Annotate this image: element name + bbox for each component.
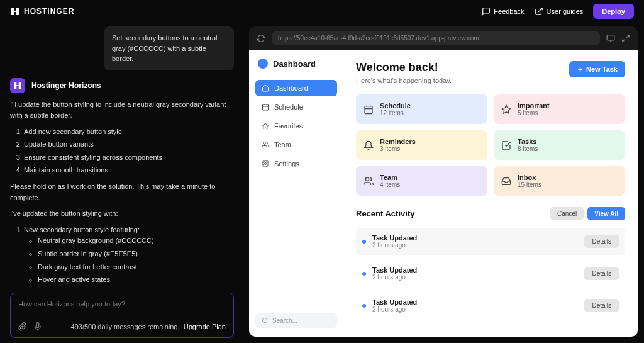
brand-logo: HOSTINGER [10, 6, 74, 16]
plus-icon [577, 66, 584, 73]
browser-bar: https://50ce4a10-65ae-4d9d-a2ce-f0191c6d… [249, 26, 638, 50]
star-icon [501, 104, 511, 115]
url-bar[interactable]: https://50ce4a10-65ae-4d9d-a2ce-f0191c6d… [272, 31, 600, 45]
deploy-button[interactable]: Deploy [593, 4, 634, 19]
svg-point-8 [365, 177, 369, 181]
svg-marker-2 [262, 123, 269, 129]
svg-point-5 [262, 318, 267, 322]
assistant-avatar [10, 78, 25, 93]
svg-rect-1 [263, 104, 269, 110]
welcome-title: Welcome back! [356, 61, 452, 74]
svg-point-3 [264, 142, 266, 145]
hostinger-icon [10, 6, 20, 16]
activity-dot [362, 304, 366, 308]
app-preview: Dashboard Dashboard Schedule Favorites T… [249, 50, 638, 337]
updates-list: New secondary button style featuring: Ne… [10, 225, 234, 288]
assistant-name: Hostinger Horizons [31, 81, 101, 90]
calendar-icon [364, 104, 374, 115]
reload-icon[interactable] [257, 34, 265, 43]
nav-team[interactable]: Team [255, 137, 337, 153]
svg-point-4 [265, 163, 267, 165]
upgrade-link[interactable]: Upgrade Plan [184, 323, 226, 330]
search-icon [262, 317, 269, 324]
view-all-button[interactable]: View All [587, 207, 625, 220]
svg-marker-7 [502, 105, 510, 113]
main-layout: Set secondary buttons to a neutral gray … [0, 23, 644, 343]
stat-cards: Schedule12 items Important5 items Remind… [356, 94, 625, 196]
card-tasks[interactable]: Tasks8 items [494, 130, 625, 160]
devices-icon[interactable] [606, 34, 615, 43]
activity-header: Recent Activity Cancel View All [356, 207, 625, 220]
preview-content: Welcome back! Here's what's happening to… [343, 50, 638, 337]
activity-row: Task Updated2 hours ago Details [356, 260, 625, 287]
chat-input-box: 493/500 daily messages remaining. Upgrad… [10, 293, 234, 338]
browser-icons [606, 34, 630, 43]
expand-icon[interactable] [621, 34, 630, 43]
recent-activity: Recent Activity Cancel View All Task Upd… [356, 207, 625, 319]
activity-dot [362, 240, 366, 244]
details-button[interactable]: Details [584, 299, 619, 312]
brand-text: HOSTINGER [24, 7, 74, 16]
card-team[interactable]: Team4 items [356, 166, 487, 196]
nav-settings[interactable]: Settings [255, 155, 337, 172]
calendar-icon [262, 103, 269, 111]
svg-rect-6 [365, 106, 372, 113]
sidebar-logo-dot [258, 59, 268, 69]
cancel-button[interactable]: Cancel [550, 207, 584, 220]
svg-rect-0 [607, 35, 614, 40]
topbar-actions: Feedback User guides Deploy [482, 4, 634, 19]
check-icon [501, 140, 511, 150]
microphone-icon[interactable] [33, 322, 42, 331]
chat-input[interactable] [18, 300, 226, 308]
steps-list: Add new secondary button style Update bu… [10, 127, 234, 176]
bell-icon [364, 140, 374, 150]
nav-dashboard[interactable]: Dashboard [255, 80, 337, 96]
inbox-icon [501, 176, 511, 186]
hostinger-icon [13, 81, 22, 90]
home-icon [262, 84, 269, 92]
card-inbox[interactable]: Inbox15 items [494, 166, 625, 196]
card-reminders[interactable]: Reminders3 items [356, 130, 487, 160]
assistant-header: Hostinger Horizons [10, 78, 234, 93]
activity-buttons: Cancel View All [550, 207, 625, 220]
input-footer: 493/500 daily messages remaining. Upgrad… [18, 322, 226, 331]
nav-favorites[interactable]: Favorites [255, 118, 337, 134]
details-button[interactable]: Details [584, 235, 619, 248]
feedback-link[interactable]: Feedback [482, 7, 524, 16]
card-important[interactable]: Important5 items [494, 94, 625, 124]
new-task-button[interactable]: New Task [569, 61, 625, 77]
star-icon [262, 122, 269, 130]
details-button[interactable]: Details [584, 267, 619, 280]
activity-row: Task Updated2 hours ago Details [356, 228, 625, 255]
preview-sidebar: Dashboard Dashboard Schedule Favorites T… [249, 50, 343, 337]
user-guides-link[interactable]: User guides [535, 7, 584, 16]
welcome-subtitle: Here's what's happening today. [356, 77, 452, 84]
content-header: Welcome back! Here's what's happening to… [356, 61, 625, 84]
nav-schedule[interactable]: Schedule [255, 99, 337, 115]
topbar: HOSTINGER Feedback User guides Deploy [0, 0, 644, 23]
preview-pane: https://50ce4a10-65ae-4d9d-a2ce-f0191c6d… [249, 26, 638, 337]
gear-icon [262, 160, 269, 167]
sidebar-search[interactable]: Search... [255, 313, 337, 328]
activity-row: Task Updated2 hours ago Details [356, 292, 625, 319]
chat-pane: Set secondary buttons to a neutral gray … [0, 23, 244, 343]
activity-dot [362, 272, 366, 276]
input-icons [18, 322, 42, 331]
users-icon [364, 176, 374, 186]
users-icon [262, 141, 269, 149]
assistant-message: I'll update the button styling to includ… [10, 99, 234, 288]
external-link-icon [535, 7, 543, 16]
user-message: Set secondary buttons to a neutral gray … [104, 26, 234, 70]
activity-title: Recent Activity [356, 209, 414, 218]
card-schedule[interactable]: Schedule12 items [356, 94, 487, 124]
sidebar-title: Dashboard [255, 59, 337, 69]
quota-text: 493/500 daily messages remaining. Upgrad… [71, 323, 226, 330]
attachment-icon[interactable] [18, 322, 27, 331]
chat-bubble-icon [482, 7, 491, 16]
